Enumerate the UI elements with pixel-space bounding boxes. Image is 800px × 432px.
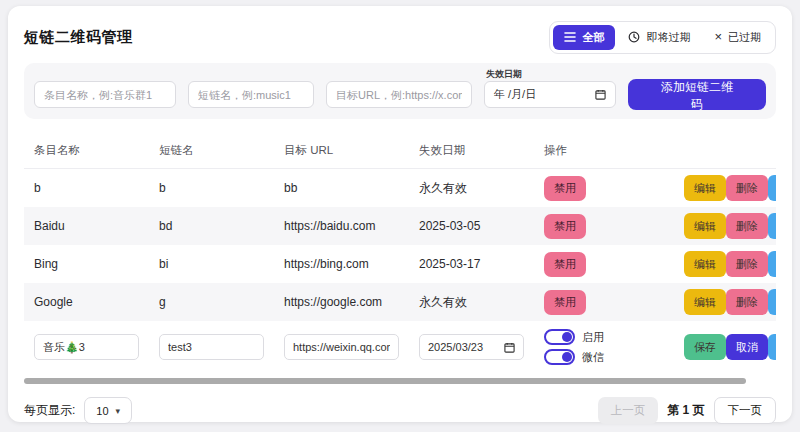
edit-button[interactable]: 编辑 (684, 175, 726, 201)
per-page-value: 10 (96, 405, 108, 417)
per-page-label: 每页显示: (24, 402, 75, 419)
cell-url: bb (274, 181, 409, 195)
short-link-input[interactable] (188, 81, 314, 108)
edit-name-input[interactable] (34, 334, 139, 360)
cell-name: b (24, 181, 149, 195)
inline-edit-row: 2025/03/23 启用 微信 保存 取消 二维码 (24, 321, 776, 373)
enable-toggle-label: 启用 (582, 330, 604, 345)
cell-name: Bing (24, 257, 149, 271)
cell-expiry: 2025-03-05 (409, 219, 534, 233)
delete-button[interactable]: 删除 (726, 175, 768, 201)
close-icon: × (714, 32, 722, 42)
enable-toggle[interactable] (544, 329, 575, 345)
expiry-date-group: 失效日期 年 /月/日 (484, 81, 616, 108)
qr-code-button[interactable]: 二维码 (768, 289, 776, 315)
qr-code-button[interactable]: 二维码 (768, 213, 776, 239)
edit-date-input[interactable]: 2025/03/23 (419, 334, 524, 360)
table-row: Google g https://google.com 永久有效 禁用 编辑 删… (24, 283, 776, 321)
qr-code-button[interactable]: 二维码 (768, 251, 776, 277)
prev-page-button[interactable]: 上一页 (598, 397, 659, 424)
table-row: Baidu bd https://baidu.com 2025-03-05 禁用… (24, 207, 776, 245)
expiry-date-label: 失效日期 (486, 68, 522, 81)
clock-icon (628, 31, 640, 43)
col-header-expiry: 失效日期 (409, 143, 534, 158)
cell-slug: b (149, 181, 274, 195)
calendar-icon (504, 342, 515, 353)
delete-button[interactable]: 删除 (726, 251, 768, 277)
calendar-icon (595, 89, 606, 100)
main-card: 短链二维码管理 全部 即将过期 × 已过期 失效日期 年 /月/日 (8, 6, 792, 422)
next-page-button[interactable]: 下一页 (714, 397, 777, 424)
delete-button[interactable]: 删除 (726, 289, 768, 315)
filter-tab-expiring[interactable]: 即将过期 (617, 25, 701, 50)
entry-name-input[interactable] (34, 81, 176, 108)
table-row: b b bb 永久有效 禁用 编辑 删除 二维码 (24, 169, 776, 207)
disable-button[interactable]: 禁用 (544, 290, 586, 315)
cell-name: Baidu (24, 219, 149, 233)
add-entry-toolbar: 失效日期 年 /月/日 添加短链二维码 (24, 63, 776, 119)
disable-button[interactable]: 禁用 (544, 214, 586, 239)
expiry-date-input[interactable]: 年 /月/日 (484, 81, 616, 108)
edit-button[interactable]: 编辑 (684, 289, 726, 315)
cell-expiry: 2025-03-17 (409, 257, 534, 271)
filter-tab-expiring-label: 即将过期 (646, 30, 690, 45)
cell-slug: g (149, 295, 274, 309)
cell-expiry: 永久有效 (409, 180, 534, 197)
col-header-url: 目标 URL (274, 143, 409, 158)
disable-button[interactable]: 禁用 (544, 252, 586, 277)
pagination: 上一页 第 1 页 下一页 (598, 397, 776, 424)
horizontal-scrollbar-thumb[interactable] (24, 378, 746, 384)
edit-url-input[interactable] (284, 334, 399, 360)
filter-tab-expired-label: 已过期 (728, 30, 761, 45)
filter-tab-all[interactable]: 全部 (553, 25, 615, 50)
filter-tab-expired[interactable]: × 已过期 (703, 25, 772, 50)
table-header-row: 条目名称 短链名 目标 URL 失效日期 操作 (24, 133, 776, 169)
chevron-down-icon: ▾ (116, 406, 121, 416)
target-url-input[interactable] (326, 81, 472, 108)
cell-url: https://google.com (274, 295, 409, 309)
cell-name: Google (24, 295, 149, 309)
page-indicator: 第 1 页 (667, 402, 704, 419)
filter-tab-all-label: 全部 (582, 30, 604, 45)
wechat-toggle-label: 微信 (582, 350, 604, 365)
per-page-control: 每页显示: 10 ▾ (24, 397, 132, 424)
cell-url: https://bing.com (274, 257, 409, 271)
table-wrapper: 条目名称 短链名 目标 URL 失效日期 操作 b b bb 永久有效 禁用 编… (24, 133, 776, 373)
horizontal-scrollbar-track (24, 378, 776, 384)
expiry-date-placeholder: 年 /月/日 (494, 87, 536, 102)
disable-button[interactable]: 禁用 (544, 176, 586, 201)
add-short-link-button[interactable]: 添加短链二维码 (628, 79, 766, 110)
qr-code-button[interactable]: 二维码 (768, 175, 776, 201)
filter-tabs: 全部 即将过期 × 已过期 (549, 21, 776, 54)
page-header: 短链二维码管理 全部 即将过期 × 已过期 (24, 22, 776, 52)
save-button[interactable]: 保存 (684, 334, 726, 360)
wechat-toggle[interactable] (544, 349, 575, 365)
cell-expiry: 永久有效 (409, 294, 534, 311)
page-title: 短链二维码管理 (24, 28, 133, 47)
cancel-button[interactable]: 取消 (726, 334, 768, 360)
cell-slug: bi (149, 257, 274, 271)
edit-button[interactable]: 编辑 (684, 251, 726, 277)
col-header-slug: 短链名 (149, 143, 274, 158)
col-header-name: 条目名称 (24, 143, 149, 158)
edit-button[interactable]: 编辑 (684, 213, 726, 239)
edit-slug-input[interactable] (159, 334, 264, 360)
edit-date-value: 2025/03/23 (428, 341, 483, 353)
col-header-actions: 操作 (534, 143, 674, 158)
menu-icon (564, 32, 576, 42)
table-footer: 每页显示: 10 ▾ 上一页 第 1 页 下一页 (24, 397, 776, 424)
per-page-select[interactable]: 10 ▾ (84, 397, 132, 424)
qr-code-button[interactable]: 二维码 (768, 334, 776, 360)
table-row: Bing bi https://bing.com 2025-03-17 禁用 编… (24, 245, 776, 283)
cell-slug: bd (149, 219, 274, 233)
delete-button[interactable]: 删除 (726, 213, 768, 239)
cell-url: https://baidu.com (274, 219, 409, 233)
